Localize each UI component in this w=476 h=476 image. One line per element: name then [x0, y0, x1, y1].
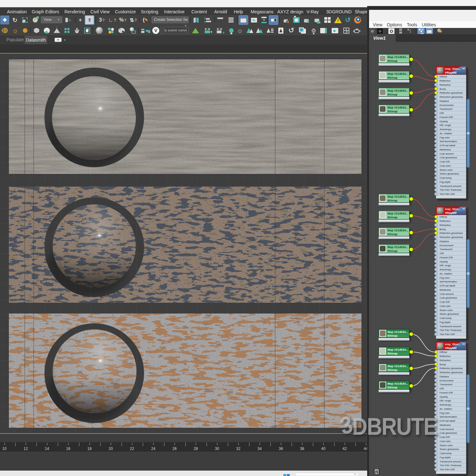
- svg-text:Map #214534...: Map #214534...: [387, 212, 408, 215]
- svg-text:GTR tail falloff: GTR tail falloff: [440, 420, 455, 422]
- svg-text:Refraction: Refraction: [440, 359, 451, 362]
- svg-text:Displace: Displace: [440, 375, 449, 378]
- svg-text:Fresnel IOR: Fresnel IOR: [440, 391, 453, 394]
- svg-text:Fog depth: Fog depth: [440, 181, 451, 183]
- svg-text:Self-illumination: Self-illumination: [440, 415, 457, 418]
- svg-text:Thin Film IOR: Thin Film IOR: [440, 333, 455, 336]
- svg-text:vray_Ston...: vray_Ston...: [445, 343, 461, 346]
- svg-text:Coat glossiness: Coat glossiness: [440, 156, 457, 159]
- svg-text:Sheen color: Sheen color: [440, 169, 453, 171]
- svg-text:Bitmap: Bitmap: [387, 216, 398, 219]
- svg-text:Bitmap: Bitmap: [387, 110, 398, 113]
- svg-text:Bump: Bump: [440, 228, 446, 231]
- svg-text:VRayMtl: VRayMtl: [445, 211, 457, 215]
- svg-text:Thin Film Thickness: Thin Film Thickness: [440, 188, 461, 191]
- svg-text:Map #214534...: Map #214534...: [387, 365, 408, 368]
- svg-text:Diffuse: Diffuse: [440, 351, 447, 354]
- svg-text:Coat glossiness: Coat glossiness: [440, 432, 457, 434]
- svg-text:VRayMtl: VRayMtl: [445, 71, 457, 74]
- svg-text:Coat amount: Coat amount: [440, 152, 454, 155]
- svg-text:Map #214534...: Map #214534...: [387, 348, 408, 351]
- svg-text:Bitmap: Bitmap: [387, 76, 398, 79]
- svg-text:Coat amount: Coat amount: [440, 428, 454, 431]
- svg-text:IOR: IOR: [440, 252, 444, 255]
- svg-text:Coat bump: Coat bump: [440, 176, 452, 179]
- svg-text:Metalness: Metalness: [440, 424, 451, 426]
- svg-text:Reflection: Reflection: [440, 79, 451, 82]
- svg-text:Translucent: Translucent: [440, 108, 453, 110]
- svg-text:GTR tail falloff: GTR tail falloff: [440, 284, 455, 287]
- svg-text:Bitmap: Bitmap: [387, 368, 398, 372]
- svg-text:Fog color: Fog color: [440, 136, 450, 139]
- svg-text:Refraction glossiness: Refraction glossiness: [440, 236, 463, 239]
- svg-text:Reflection glossiness: Reflection glossiness: [440, 91, 463, 94]
- svg-text:Bitmap: Bitmap: [387, 334, 398, 337]
- svg-text:Sheen glossiness: Sheen glossiness: [440, 172, 459, 175]
- svg-text:Fresnel IOR: Fresnel IOR: [440, 116, 453, 119]
- svg-text:Map #214534...: Map #214534...: [387, 229, 408, 232]
- svg-text:Bitmap: Bitmap: [387, 93, 398, 96]
- svg-text:Refraction: Refraction: [440, 83, 451, 86]
- svg-text:vray_Ston...: vray_Ston...: [445, 208, 461, 211]
- svg-text:Anisotropy: Anisotropy: [440, 128, 451, 131]
- svg-text:Translucent amount: Translucent amount: [440, 185, 461, 188]
- svg-text:Opacity: Opacity: [440, 395, 448, 398]
- svg-text:Environment: Environment: [440, 379, 454, 382]
- svg-text:An. rotation: An. rotation: [440, 407, 452, 410]
- svg-text:Bump: Bump: [440, 363, 446, 366]
- svg-text:Sheen glossiness: Sheen glossiness: [440, 448, 459, 451]
- svg-text:Displace: Displace: [440, 100, 449, 102]
- svg-text:Coat IOR: Coat IOR: [440, 436, 450, 439]
- svg-text:Thin Film IOR: Thin Film IOR: [440, 468, 455, 471]
- svg-text:Map #214534...: Map #214534...: [387, 246, 408, 249]
- svg-text:Environment: Environment: [440, 104, 454, 107]
- svg-text:Bitmap: Bitmap: [387, 249, 398, 253]
- svg-text:Diff. rough.: Diff. rough.: [440, 124, 452, 127]
- svg-text:Refraction: Refraction: [440, 224, 451, 227]
- svg-text:Map #214534...: Map #214534...: [387, 382, 408, 385]
- svg-text:Fresnel IOR: Fresnel IOR: [440, 256, 453, 259]
- svg-text:Bitmap: Bitmap: [387, 199, 398, 202]
- svg-text:Bitmap: Bitmap: [387, 386, 398, 389]
- svg-text:Coat bump: Coat bump: [440, 452, 452, 455]
- svg-text:Translucent: Translucent: [440, 248, 453, 251]
- svg-text:Environment: Environment: [440, 244, 454, 247]
- svg-text:Diff. rough.: Diff. rough.: [440, 399, 452, 402]
- svg-text:An. rotation: An. rotation: [440, 132, 452, 135]
- svg-text:Fog depth: Fog depth: [440, 456, 451, 459]
- svg-text:Coat IOR: Coat IOR: [440, 160, 450, 163]
- svg-text:Opacity: Opacity: [440, 120, 448, 123]
- svg-text:Coat color: Coat color: [440, 164, 451, 167]
- svg-text:Bump: Bump: [440, 88, 446, 90]
- svg-text:Anisotropy: Anisotropy: [440, 403, 451, 406]
- svg-text:Diffuse: Diffuse: [440, 215, 447, 218]
- svg-text:Displace: Displace: [440, 240, 449, 243]
- svg-text:Fog color: Fog color: [440, 412, 450, 414]
- svg-text:Thin Film Thickness: Thin Film Thickness: [440, 464, 461, 467]
- svg-text:Anisotropy: Anisotropy: [440, 268, 451, 271]
- svg-text:Bitmap: Bitmap: [387, 352, 398, 355]
- svg-text:Sheen color: Sheen color: [440, 444, 453, 447]
- svg-text:Map #214534...: Map #214534...: [387, 72, 408, 76]
- svg-text:Fog color: Fog color: [440, 276, 450, 279]
- svg-text:Refraction glossiness: Refraction glossiness: [440, 96, 463, 98]
- svg-text:Map #214534...: Map #214534...: [387, 56, 408, 59]
- svg-text:Sheen glossiness: Sheen glossiness: [440, 313, 459, 315]
- svg-text:Thin Film Thickness: Thin Film Thickness: [440, 329, 461, 332]
- svg-text:Coat IOR: Coat IOR: [440, 301, 450, 303]
- svg-text:Diffuse: Diffuse: [440, 75, 447, 78]
- svg-text:Coat bump: Coat bump: [440, 317, 452, 320]
- svg-text:Translucent amount: Translucent amount: [440, 460, 461, 463]
- svg-text:Self-illumination: Self-illumination: [440, 280, 457, 283]
- svg-text:Diff. rough.: Diff. rough.: [440, 264, 452, 267]
- svg-text:Translucent: Translucent: [440, 383, 453, 386]
- svg-text:VRayMtl: VRayMtl: [445, 347, 457, 350]
- svg-text:Map #214534...: Map #214534...: [387, 195, 408, 198]
- svg-text:Self-illumination: Self-illumination: [440, 140, 457, 143]
- svg-text:Sheen color: Sheen color: [440, 309, 453, 312]
- svg-text:Coat color: Coat color: [440, 440, 451, 443]
- svg-text:Reflection glossiness: Reflection glossiness: [440, 367, 463, 370]
- svg-text:Bitmap: Bitmap: [387, 59, 398, 63]
- svg-text:Opacity: Opacity: [440, 260, 448, 263]
- svg-text:Coat glossiness: Coat glossiness: [440, 296, 457, 299]
